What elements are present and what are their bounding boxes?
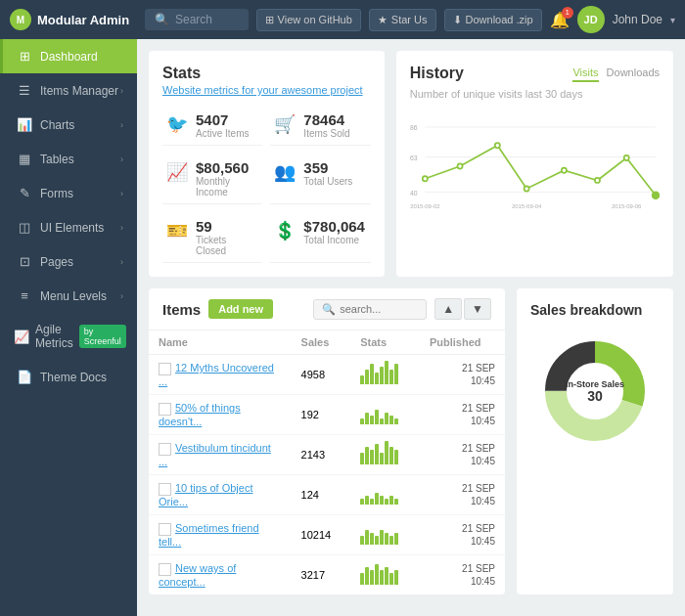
nav-right: 🔔 1 JD John Doe ▾ [550,6,675,33]
item-published-cell: 21 SEP10:45 [420,475,505,515]
item-checkbox[interactable] [159,523,171,536]
download-button[interactable]: ⬇ Download .zip [444,9,542,31]
stat-total-users: 👥 359 Total Users [270,154,370,204]
sidebar-label-pages: Pages [40,255,73,269]
items-title: Items [162,301,201,318]
mini-bar [385,533,388,545]
mini-bar [385,499,388,505]
sidebar-item-agile-metrics[interactable]: 📈 Agile Metrics by Screenful [0,313,137,360]
mini-bar [380,367,384,384]
sidebar-label-agile-metrics: Agile Metrics [35,323,73,350]
item-link[interactable]: Sometimes friend tell... [159,522,259,548]
items-sold-icon: 🛒 [274,113,296,135]
sidebar-item-pages[interactable]: ⊡ Pages › [0,244,137,279]
logo-area: M Modular Admin [10,9,137,30]
chevron-right-icon: › [120,291,123,301]
chevron-right-icon: › [120,257,123,267]
stat-items-sold: 🛒 78464 Items Sold [270,106,370,146]
items-prev-button[interactable]: ▲ [434,298,462,320]
item-stats-cell [350,515,420,555]
item-checkbox[interactable] [159,403,171,416]
total-income-icon: 💲 [274,220,296,242]
mini-bar [360,536,364,545]
notifications-bell[interactable]: 🔔 1 [550,11,570,29]
add-new-button[interactable]: Add new [208,299,273,319]
svg-text:40: 40 [410,190,418,197]
sidebar-item-menu-levels[interactable]: ≡ Menu Levels › [0,279,137,313]
mini-bar [394,499,398,505]
mini-bar [370,533,374,545]
items-navigation: ▲ ▼ [434,298,491,320]
mini-bar [365,530,369,545]
item-sales-cell: 124 [292,475,351,515]
mini-bar [370,570,374,585]
mini-bar [389,447,393,464]
items-sold-value: 78464 [303,111,349,128]
items-search-input[interactable] [340,303,418,315]
sidebar-item-forms[interactable]: ✎ Forms › [0,176,137,210]
mini-bar [385,567,388,585]
item-checkbox[interactable] [159,563,171,576]
item-sales-cell: 2143 [292,435,351,475]
item-stats-cell [350,355,420,395]
history-header: History Visits Downloads [410,65,660,84]
chevron-down-icon[interactable]: ▾ [670,15,675,25]
history-tabs: Visits Downloads [572,65,660,82]
svg-text:63: 63 [410,154,418,161]
item-date: 21 SEP10:45 [430,562,495,588]
item-checkbox[interactable] [159,483,171,496]
mini-bar [365,447,369,464]
item-sales-cell: 192 [292,395,351,435]
mini-bar [380,570,384,585]
mini-bar [389,416,393,424]
table-row: 12 Myths Uncovered ...495821 SEP10:45 [149,355,505,395]
tickets-closed-icon: 🎫 [166,220,188,242]
item-name-cell: Vestibulum tincidunt ... [149,435,292,475]
sidebar-item-ui-elements[interactable]: ◫ UI Elements › [0,210,137,244]
mini-bar [385,413,388,424]
sidebar-item-items-manager[interactable]: ☰ Items Manager › [0,73,137,108]
item-stats-cell [350,435,420,475]
history-card: History Visits Downloads Number of uniqu… [396,51,673,277]
stats-subtitle: Website metrics for your awesome project [162,84,371,96]
mini-bar [375,410,379,424]
search-box[interactable]: 🔍 [145,9,249,30]
item-checkbox[interactable] [159,363,171,375]
item-date: 21 SEP10:45 [430,402,495,427]
sidebar-item-theme-docs[interactable]: 📄 Theme Docs [0,360,137,394]
sidebar-label-ui-elements: UI Elements [40,221,104,235]
tab-downloads[interactable]: Downloads [607,65,660,82]
item-name-cell: 10 tips of Object Orie... [149,475,292,515]
star-button[interactable]: ★ Star Us [369,9,436,31]
pages-icon: ⊡ [17,254,32,269]
items-card: Items Add new 🔍 ▲ ▼ Name S [149,288,505,594]
svg-point-7 [457,163,462,168]
item-link[interactable]: Vestibulum tincidunt ... [159,442,271,467]
table-row: Vestibulum tincidunt ...214321 SEP10:45 [149,435,505,475]
svg-point-8 [495,143,500,148]
sidebar-item-tables[interactable]: ▦ Tables › [0,142,137,176]
sidebar-item-dashboard[interactable]: ⊞ Dashboard [0,39,137,73]
mini-bar [365,496,369,505]
items-sold-label: Items Sold [303,128,349,139]
sidebar-item-charts[interactable]: 📊 Charts › [0,108,137,142]
mini-bar [375,444,379,464]
items-search-box[interactable]: 🔍 [313,299,427,320]
item-link[interactable]: 12 Myths Uncovered ... [159,362,274,387]
item-checkbox[interactable] [159,443,171,456]
tab-visits[interactable]: Visits [572,65,598,82]
dashboard-icon: ⊞ [17,49,32,64]
mini-bar [380,496,384,505]
github-button[interactable]: ⊞ View on GitHub [256,9,361,31]
items-next-button[interactable]: ▼ [464,298,491,320]
item-stats-cell [350,555,420,595]
total-income-value: $780,064 [303,218,365,235]
mini-bar [394,570,398,585]
sidebar-label-theme-docs: Theme Docs [40,371,107,384]
main-content: Stats Website metrics for your awesome p… [137,39,685,616]
item-link[interactable]: 10 tips of Object Orie... [159,482,253,507]
search-input[interactable] [175,13,239,26]
mini-bar [360,453,364,464]
item-sales-cell: 4958 [292,355,351,395]
svg-text:2015-09-06: 2015-09-06 [612,203,642,209]
